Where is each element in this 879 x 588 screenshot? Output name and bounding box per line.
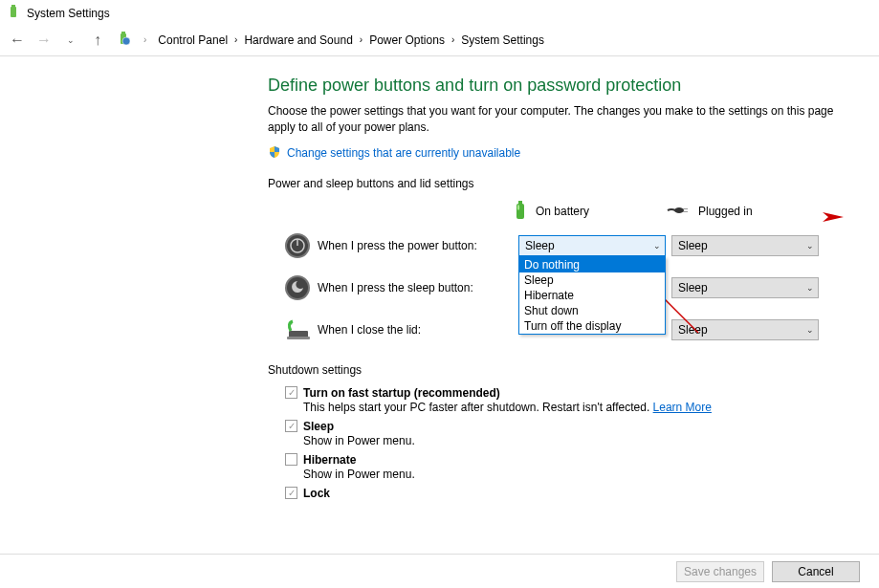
close-lid-plugged-select[interactable]: Sleep ⌄ [671,319,819,340]
window-title: System Settings [27,7,110,20]
titlebar: System Settings [0,0,879,26]
chevron-down-icon: ⌄ [806,283,814,293]
fast-startup-checkbox[interactable] [285,386,297,399]
option-sleep[interactable]: Sleep [519,272,665,288]
change-settings-link[interactable]: Change settings that are currently unava… [268,145,841,162]
svg-point-4 [122,37,130,45]
sleep-button-label: When I press the sleep button: [318,281,513,294]
power-button-battery-select[interactable]: Sleep ⌄ Do nothing Sleep Hibernate Shut … [518,235,666,256]
save-changes-button[interactable]: Save changes [676,561,764,582]
fast-startup-help-text: This helps start your PC faster after sh… [303,401,653,414]
sleep-label: Sleep [303,420,334,433]
column-headers: On battery Plugged in [513,200,841,224]
dropdown-list: Do nothing Sleep Hibernate Shut down Tur… [518,256,666,335]
sleep-checkbox[interactable] [285,420,297,432]
lock-row: Lock [285,487,841,500]
battery-icon [513,200,528,224]
option-shut-down[interactable]: Shut down [519,303,665,318]
svg-point-8 [674,207,684,213]
battery-label: On battery [536,205,589,218]
hibernate-checkbox[interactable] [285,453,297,466]
breadcrumb-item[interactable]: System Settings [461,33,544,47]
breadcrumb-item[interactable]: Hardware and Sound [244,33,352,47]
svg-rect-1 [11,5,15,7]
navbar: ← → ⌄ ↑ › Control Panel › Hardware and S… [0,26,879,54]
select-value: Sleep [678,281,708,294]
hibernate-label: Hibernate [303,453,356,467]
change-settings-text: Change settings that are currently unava… [287,146,520,160]
sleep-button-plugged-select[interactable]: Sleep ⌄ [671,277,819,298]
battery-column-header: On battery [513,200,666,224]
shutdown-section-label: Shutdown settings [268,363,841,377]
back-button[interactable]: ← [8,31,27,50]
plugged-column-header: Plugged in [666,200,819,224]
power-section-label: Power and sleep buttons and lid settings [268,177,841,190]
power-button-icon [283,231,312,260]
power-button-label: When I press the power button: [318,239,513,252]
sleep-row: Sleep Show in Power menu. [285,420,841,447]
fast-startup-row: Turn on fast startup (recommended) This … [285,386,841,414]
chevron-right-icon: › [448,34,458,45]
select-value: Sleep [678,239,708,252]
chevron-right-icon: › [356,34,366,45]
forward-button[interactable]: → [34,31,54,50]
chevron-down-icon: ⌄ [806,325,814,335]
select-value: Sleep [678,323,708,337]
lock-checkbox[interactable] [285,487,297,499]
up-button[interactable]: ↑ [88,31,107,50]
fast-startup-help: This helps start your PC faster after sh… [303,401,841,414]
battery-icon [6,4,27,22]
sleep-button-icon [283,273,312,302]
chevron-down-icon: ⌄ [806,241,814,250]
breadcrumb: Control Panel › Hardware and Sound › Pow… [158,33,544,47]
svg-rect-18 [287,337,310,339]
hibernate-row: Hibernate Show in Power menu. [285,453,841,481]
laptop-lid-icon [283,316,312,344]
sleep-help: Show in Power menu. [303,434,841,447]
breadcrumb-item[interactable]: Control Panel [158,33,228,47]
plug-icon [666,203,691,221]
svg-rect-3 [121,32,125,33]
svg-rect-9 [683,208,688,209]
cancel-button[interactable]: Cancel [772,561,860,582]
page-title: Define power buttons and turn on passwor… [268,76,841,96]
power-icon[interactable] [115,30,132,50]
learn-more-link[interactable]: Learn More [653,401,712,414]
option-turn-off-display[interactable]: Turn off the display [519,318,665,334]
power-button-plugged-select[interactable]: Sleep ⌄ [671,235,819,256]
option-hibernate[interactable]: Hibernate [519,288,665,303]
chevron-right-icon: › [140,34,150,45]
fast-startup-label: Turn on fast startup (recommended) [303,386,500,400]
svg-rect-10 [683,211,688,212]
close-lid-label: When I close the lid: [318,323,513,337]
footer: Save changes Cancel [0,554,879,588]
plugged-label: Plugged in [698,205,753,218]
svg-rect-6 [518,201,522,204]
chevron-right-icon: › [231,34,241,45]
chevron-down-icon: ⌄ [653,241,661,250]
hibernate-help: Show in Power menu. [303,468,841,481]
breadcrumb-item[interactable]: Power Options [369,33,445,47]
select-value: Sleep [525,239,555,252]
option-do-nothing[interactable]: Do nothing [519,257,665,272]
page-subtitle: Choose the power settings that you want … [268,103,841,136]
svg-rect-0 [11,7,16,17]
svg-point-7 [517,205,519,210]
lock-label: Lock [303,487,330,500]
recent-chevron-icon[interactable]: ⌄ [61,31,80,50]
shield-icon [268,145,281,162]
power-button-row: When I press the power button: Sleep ⌄ D… [283,231,841,260]
